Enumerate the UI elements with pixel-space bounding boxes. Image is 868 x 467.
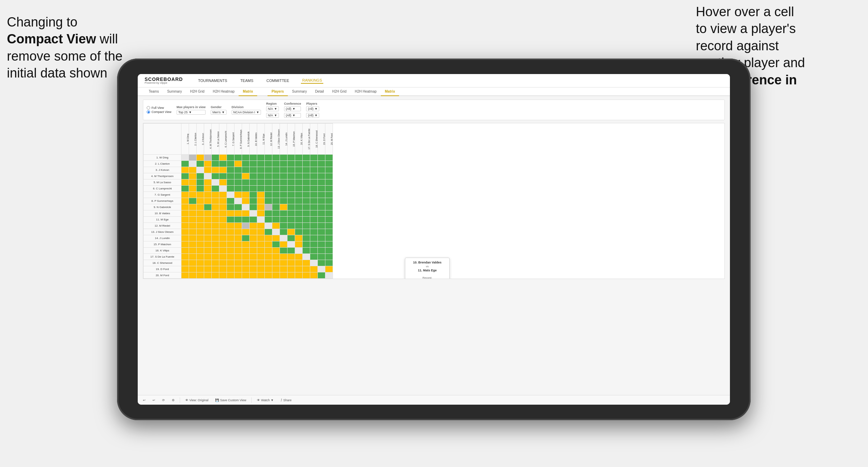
matrix-cell[interactable] (212, 229, 219, 235)
matrix-cell[interactable] (325, 241, 333, 248)
matrix-cell[interactable] (250, 161, 257, 167)
division-select[interactable]: NCAA Division I ▼ (232, 110, 261, 115)
matrix-cell[interactable] (257, 254, 265, 260)
matrix-cell[interactable] (189, 167, 197, 173)
matrix-cell[interactable] (265, 241, 272, 248)
matrix-cell[interactable] (189, 173, 197, 179)
matrix-cell[interactable] (318, 266, 325, 272)
matrix-cell[interactable] (242, 167, 250, 173)
matrix-cell[interactable] (257, 173, 265, 179)
matrix-cell[interactable] (303, 192, 310, 198)
matrix-cell[interactable] (212, 266, 219, 272)
matrix-cell[interactable] (325, 217, 333, 223)
matrix-cell[interactable] (310, 266, 318, 272)
matrix-cell[interactable] (287, 198, 295, 204)
matrix-cell[interactable] (242, 204, 250, 210)
matrix-cell[interactable] (280, 248, 287, 254)
players-select-2[interactable]: (All) ▼ (306, 113, 319, 118)
matrix-cell[interactable] (234, 272, 242, 279)
matrix-cell[interactable] (272, 260, 280, 266)
matrix-cell[interactable] (250, 266, 257, 272)
matrix-cell[interactable] (227, 204, 234, 210)
matrix-cell[interactable] (212, 235, 219, 241)
matrix-cell[interactable] (265, 248, 272, 254)
matrix-cell[interactable] (325, 210, 333, 217)
matrix-cell[interactable] (227, 167, 234, 173)
matrix-cell[interactable] (280, 223, 287, 229)
matrix-cell[interactable] (219, 161, 227, 167)
matrix-cell[interactable] (272, 167, 280, 173)
matrix-cell[interactable] (318, 198, 325, 204)
full-view-radio[interactable]: Full View (147, 106, 171, 110)
matrix-cell[interactable] (325, 260, 333, 266)
matrix-cell[interactable] (280, 254, 287, 260)
matrix-cell[interactable] (257, 204, 265, 210)
matrix-cell[interactable] (310, 272, 318, 279)
matrix-cell[interactable] (257, 198, 265, 204)
matrix-cell[interactable] (303, 248, 310, 254)
matrix-cell[interactable] (265, 192, 272, 198)
matrix-cell[interactable] (197, 266, 204, 272)
matrix-cell[interactable] (265, 155, 272, 161)
matrix-cell[interactable] (287, 155, 295, 161)
matrix-cell[interactable] (227, 235, 234, 241)
matrix-cell[interactable] (265, 210, 272, 217)
matrix-cell[interactable] (280, 229, 287, 235)
tab-h2h-heatmap[interactable]: H2H Heatmap (209, 87, 239, 96)
matrix-cell[interactable] (181, 254, 189, 260)
matrix-cell[interactable] (189, 210, 197, 217)
matrix-cell[interactable] (212, 260, 219, 266)
view-original-btn[interactable]: 👁 View: Original (184, 398, 210, 403)
matrix-cell[interactable] (272, 229, 280, 235)
matrix-cell[interactable] (219, 229, 227, 235)
matrix-cell[interactable] (189, 155, 197, 161)
matrix-cell[interactable] (287, 161, 295, 167)
matrix-cell[interactable] (212, 161, 219, 167)
matrix-cell[interactable] (204, 167, 212, 173)
matrix-cell[interactable] (227, 223, 234, 229)
matrix-cell[interactable] (325, 229, 333, 235)
matrix-cell[interactable] (287, 235, 295, 241)
matrix-cell[interactable] (280, 161, 287, 167)
matrix-cell[interactable] (325, 173, 333, 179)
matrix-cell[interactable] (295, 260, 303, 266)
tab-h2h-grid[interactable]: H2H Grid (186, 87, 209, 96)
tab-summary-players[interactable]: Summary (288, 87, 311, 96)
matrix-cell[interactable] (204, 173, 212, 179)
matrix-cell[interactable] (197, 179, 204, 186)
matrix-cell[interactable] (242, 223, 250, 229)
matrix-cell[interactable] (189, 254, 197, 260)
matrix-cell[interactable] (212, 223, 219, 229)
matrix-cell[interactable] (250, 179, 257, 186)
matrix-cell[interactable] (257, 223, 265, 229)
matrix-cell[interactable] (272, 217, 280, 223)
matrix-cell[interactable] (310, 192, 318, 198)
matrix-cell[interactable] (280, 179, 287, 186)
matrix-cell[interactable] (295, 266, 303, 272)
matrix-cell[interactable] (189, 179, 197, 186)
matrix-cell[interactable] (303, 167, 310, 173)
matrix-cell[interactable] (197, 272, 204, 279)
matrix-cell[interactable] (287, 266, 295, 272)
matrix-cell[interactable] (197, 161, 204, 167)
matrix-cell[interactable] (280, 241, 287, 248)
matrix-cell[interactable] (325, 248, 333, 254)
matrix-cell[interactable] (189, 260, 197, 266)
matrix-cell[interactable] (287, 217, 295, 223)
matrix-cell[interactable] (250, 204, 257, 210)
matrix-cell[interactable] (219, 235, 227, 241)
matrix-cell[interactable] (212, 192, 219, 198)
matrix-cell[interactable] (303, 198, 310, 204)
matrix-cell[interactable] (310, 260, 318, 266)
compact-view-radio[interactable]: Compact View (147, 110, 171, 114)
matrix-cell[interactable] (219, 210, 227, 217)
matrix-cell[interactable] (250, 173, 257, 179)
matrix-cell[interactable] (325, 161, 333, 167)
matrix-cell[interactable] (265, 161, 272, 167)
matrix-cell[interactable] (318, 272, 325, 279)
matrix-cell[interactable] (295, 235, 303, 241)
matrix-cell[interactable] (272, 266, 280, 272)
matrix-cell[interactable] (272, 179, 280, 186)
matrix-cell[interactable] (287, 260, 295, 266)
matrix-cell[interactable] (250, 248, 257, 254)
